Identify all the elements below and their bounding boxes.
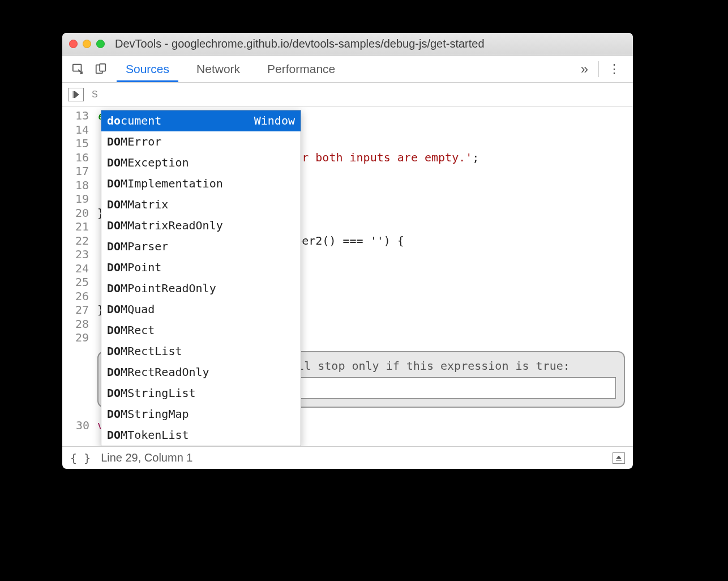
tab-sources[interactable]: Sources (112, 55, 183, 82)
line-number[interactable]: 19 (62, 192, 89, 206)
line-number[interactable]: 20 (62, 206, 89, 220)
autocomplete-item[interactable]: DOMRectList (101, 341, 301, 362)
line-number[interactable]: 28 (62, 317, 89, 331)
tab-bar: Sources Network Performance » ⋮ (62, 55, 633, 83)
line-number[interactable]: 29 (62, 331, 89, 345)
autocomplete-item[interactable]: DOMMatrix (101, 194, 301, 215)
line-number[interactable]: 30 (62, 418, 95, 433)
svg-rect-0 (73, 64, 82, 71)
tab-network[interactable]: Network (183, 55, 254, 82)
more-tabs-icon[interactable]: » (573, 61, 596, 77)
autocomplete-item[interactable]: DOMRectReadOnly (101, 362, 301, 383)
autocomplete-item[interactable]: DOMStringList (101, 383, 301, 404)
maximize-icon[interactable] (96, 40, 105, 48)
device-icon[interactable] (89, 63, 112, 75)
separator (598, 61, 599, 77)
file-label-fragment: S (92, 89, 98, 100)
cursor-position: Line 29, Column 1 (101, 451, 192, 464)
devtools-window: DevTools - googlechrome.github.io/devtoo… (62, 33, 633, 469)
line-number[interactable]: 26 (62, 289, 89, 304)
autocomplete-item[interactable]: DOMPoint (101, 257, 301, 278)
titlebar: DevTools - googlechrome.github.io/devtoo… (62, 33, 633, 55)
line-number[interactable]: 14 (62, 123, 89, 137)
autocomplete-item[interactable]: DOMStringMap (101, 404, 301, 425)
autocomplete-item[interactable]: DOMImplementation (101, 173, 301, 194)
traffic-lights (69, 40, 105, 48)
line-number[interactable]: 15 (62, 136, 89, 151)
settings-menu-icon[interactable]: ⋮ (601, 62, 628, 76)
drawer-toggle-icon[interactable] (613, 452, 625, 464)
line-number[interactable]: 27 (62, 303, 89, 317)
line-number[interactable]: 17 (62, 164, 89, 178)
inspect-icon[interactable] (67, 63, 89, 75)
autocomplete-item[interactable]: DOMParser (101, 236, 301, 257)
window-title: DevTools - googlechrome.github.io/devtoo… (115, 37, 485, 50)
autocomplete-item-selected[interactable]: documentWindow (101, 110, 301, 131)
svg-rect-2 (100, 63, 105, 71)
sources-toolbar: S (62, 83, 633, 106)
code-editor[interactable]: 1314151617181920212223242526272829 ense.… (62, 106, 633, 446)
autocomplete-item[interactable]: DOMMatrixReadOnly (101, 215, 301, 236)
autocomplete-item[interactable]: DOMError (101, 131, 301, 152)
line-number[interactable]: 21 (62, 220, 89, 234)
autocomplete-item[interactable]: DOMTokenList (101, 425, 301, 446)
autocomplete-item[interactable]: DOMPointReadOnly (101, 278, 301, 299)
line-number[interactable]: 22 (62, 234, 89, 248)
line-number[interactable]: 24 (62, 262, 89, 276)
line-number[interactable]: 25 (62, 275, 89, 289)
line-number[interactable]: 18 (62, 178, 89, 193)
status-bar: { } Line 29, Column 1 (62, 446, 633, 469)
autocomplete-item[interactable]: DOMRect (101, 320, 301, 341)
line-number[interactable]: 13 (62, 109, 89, 123)
step-icon[interactable] (68, 88, 84, 101)
tab-performance[interactable]: Performance (254, 55, 349, 82)
line-number[interactable]: 23 (62, 247, 89, 262)
line-number[interactable]: 16 (62, 151, 89, 165)
line-gutter[interactable]: 1314151617181920212223242526272829 (62, 106, 95, 446)
autocomplete-item[interactable]: DOMException (101, 152, 301, 173)
autocomplete-item[interactable]: DOMQuad (101, 299, 301, 320)
pretty-print-icon[interactable]: { } (70, 451, 91, 465)
close-icon[interactable] (69, 40, 78, 48)
minimize-icon[interactable] (83, 40, 91, 48)
autocomplete-popup[interactable]: documentWindowDOMErrorDOMExceptionDOMImp… (101, 110, 301, 446)
